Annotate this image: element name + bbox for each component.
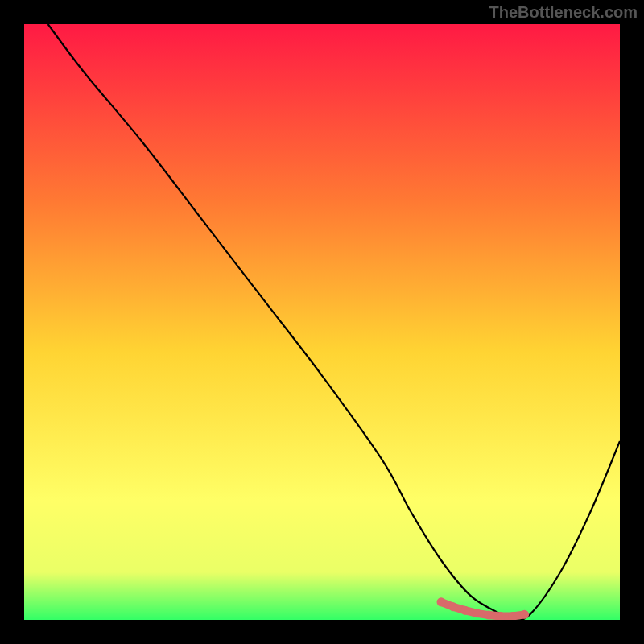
highlight-dot (485, 611, 493, 620)
chart-svg (24, 24, 620, 620)
highlight-dot (437, 597, 446, 606)
highlight-dot (448, 602, 457, 611)
plot-area (24, 24, 620, 620)
gradient-background (24, 24, 620, 620)
highlight-dot (473, 609, 481, 617)
watermark-text: TheBottleneck.com (489, 3, 638, 22)
highlight-dot (460, 606, 469, 615)
chart-container: TheBottleneck.com (0, 0, 644, 644)
highlight-dot (520, 610, 529, 619)
